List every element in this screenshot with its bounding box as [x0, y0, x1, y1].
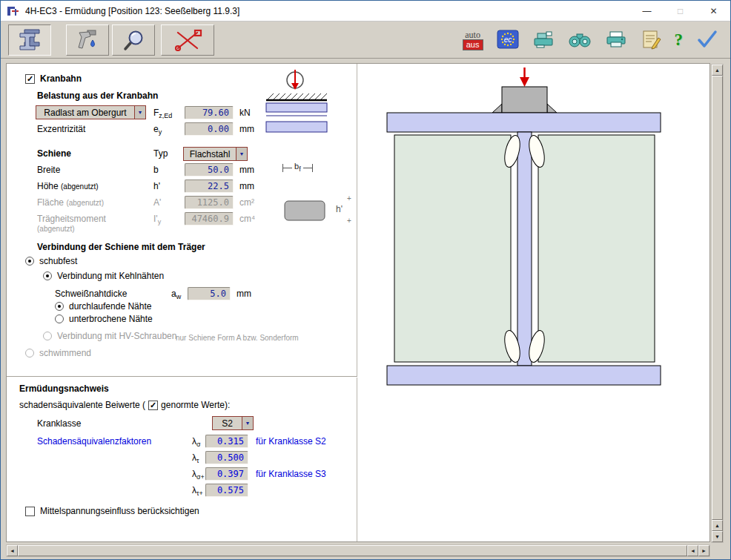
scroll-down-button[interactable]: ▼ — [712, 531, 723, 542]
horizontal-scroll-track[interactable] — [18, 545, 687, 556]
schweissnahtdicke-unit: mm — [236, 289, 251, 299]
print-button[interactable] — [605, 30, 627, 51]
a-symbol: A' — [153, 197, 161, 208]
schubfest-radio[interactable] — [25, 257, 34, 266]
unterbrochene-radio[interactable] — [55, 314, 64, 323]
typ-dropdown[interactable]: Flachstahl ▼ — [183, 147, 248, 161]
lambda-sigma-value-field[interactable]: 0.315 — [205, 435, 248, 448]
kehlnaehte-row: Verbindung mit Kehlnähten — [43, 271, 164, 281]
ec-label: ec — [503, 35, 512, 43]
notepad-icon — [641, 29, 661, 50]
kranklasse-dropdown[interactable]: S2 ▼ — [212, 416, 254, 430]
tool-button[interactable] — [66, 24, 109, 56]
profile-button[interactable] — [8, 24, 51, 56]
titlebar: 4H-EC3 - Ermüdung [Position 123: Seeßelb… — [1, 1, 730, 22]
aw-symbol: aw — [171, 289, 181, 302]
kranbahn-checkbox[interactable]: ✓ — [25, 74, 35, 84]
durchlaufende-radio[interactable] — [55, 302, 64, 311]
hoehe-value-field[interactable]: 22.5 — [185, 179, 234, 193]
question-mark-icon: ? — [675, 30, 684, 49]
lambda-sigma-plus-value-field[interactable]: 0.397 — [205, 467, 248, 481]
notes-button[interactable] — [641, 29, 661, 52]
breite-value-field[interactable]: 50.0 — [185, 163, 234, 177]
maximize-button[interactable]: □ — [664, 1, 697, 21]
beiwerte-row: schadensäquivalente Beiwerte ( ✓ genormt… — [19, 400, 230, 410]
dim-tick: + — [347, 217, 351, 225]
scroll-down-icon: ▼ — [715, 534, 720, 539]
form-panel: ✓ Kranbahn Belastung aus der Kranbahn Ra… — [7, 64, 357, 541]
scroll-up-button[interactable]: ▲ — [712, 65, 723, 76]
schweissnahtdicke-label: Schweißnahtdicke — [55, 289, 127, 299]
kehlnaehte-radio[interactable] — [43, 271, 52, 280]
radlast-dropdown[interactable]: Radlast am Obergurt ▼ — [36, 105, 146, 119]
scroll-up-button-bottom[interactable]: ▲ — [712, 520, 723, 531]
lambda-tau-value-field[interactable]: 0.500 — [205, 451, 248, 464]
h-dimension-label: h' — [336, 204, 343, 214]
lambda-sigma-plus-note: für Kranklasse S3 — [256, 469, 326, 479]
hoehe-label: Höhe (abgenutzt) — [37, 181, 99, 192]
kranbahn-label: Kranbahn — [40, 73, 82, 84]
schweissnahtdicke-value-field[interactable]: 5.0 — [188, 287, 231, 300]
mittelspannung-row: Mittelspannungseinfluss berücksichtigen — [25, 506, 199, 516]
vertical-scrollbar[interactable]: ▲ ▲ ▼ — [711, 64, 724, 543]
copy-button[interactable] — [532, 30, 555, 51]
durchlaufende-row: durchlaufende Nähte — [55, 301, 151, 312]
dropdown-arrow-icon: ▼ — [134, 106, 145, 119]
traegheitsmoment-value-field: 47460.9 — [185, 212, 234, 225]
scroll-right-icon: ► — [701, 548, 707, 553]
genormte-werte-label: genormte Werte): — [161, 400, 230, 410]
schubfest-label: schubfest — [39, 256, 77, 266]
traegheitsmoment-label: Trägheitsmoment — [37, 214, 106, 224]
unterbrochene-row: unterbrochene Nähte — [55, 314, 153, 324]
binoculars-icon — [568, 30, 592, 49]
exzentrizitaet-value-field[interactable]: 0.00 — [185, 122, 234, 136]
schwimmend-radio — [25, 349, 34, 358]
dropdown-arrow-icon: ▼ — [242, 417, 253, 429]
bf-dimension: bf — [282, 162, 313, 173]
aus-label: aus — [463, 39, 483, 50]
ec-button[interactable]: ec — [497, 30, 519, 51]
rail-contact-diagram — [265, 70, 328, 139]
zoom-button[interactable] — [112, 24, 155, 56]
typ-label: Typ — [153, 148, 168, 159]
scroll-up-icon: ▲ — [715, 523, 720, 528]
flaeche-value-field: 1125.0 — [185, 196, 234, 209]
typ-dropdown-value: Flachstahl — [184, 148, 236, 160]
dropdown-arrow-icon: ▼ — [236, 148, 247, 160]
scroll-left-icon: ◄ — [690, 548, 695, 553]
vertical-scroll-track[interactable] — [712, 76, 723, 520]
mittelspannung-label: Mittelspannungseinfluss berücksichtigen — [40, 506, 199, 516]
exzentrizitaet-unit: mm — [239, 124, 254, 134]
check-icon: ✓ — [27, 75, 33, 83]
f-symbol: Fz,Ed — [153, 108, 172, 121]
belastung-heading: Belastung aus der Kranbahn — [37, 90, 158, 101]
genormte-werte-checkbox[interactable]: ✓ — [148, 401, 158, 410]
radlast-value-field[interactable]: 79.60 — [185, 106, 234, 119]
horizontal-scroll-thumb[interactable] — [18, 545, 687, 556]
minimize-button[interactable]: — — [630, 1, 664, 21]
vertical-scroll-thumb[interactable] — [712, 76, 723, 520]
mittelspannung-checkbox[interactable] — [25, 507, 35, 516]
window-title: 4H-EC3 - Ermüdung [Position 123: Seeßelb… — [25, 6, 630, 16]
toolbar: auto aus ec — [1, 22, 730, 59]
scroll-up-icon: ▲ — [715, 67, 720, 73]
lambda-tau-symbol: λτ — [192, 452, 199, 466]
scroll-right-button[interactable]: ► — [698, 545, 710, 556]
schiene-label: Schiene — [37, 148, 71, 159]
scroll-left-button-right[interactable]: ◄ — [687, 545, 698, 556]
search-button[interactable] — [568, 30, 592, 51]
tools-button[interactable] — [161, 24, 214, 56]
h-symbol: h' — [153, 181, 160, 191]
confirm-button[interactable] — [696, 29, 718, 52]
printer-icon — [605, 30, 627, 49]
auto-label: auto — [465, 30, 480, 39]
eu-stars-icon: ec — [497, 30, 519, 49]
scroll-left-button[interactable]: ◄ — [7, 545, 18, 556]
durchlaufende-label: durchlaufende Nähte — [69, 301, 151, 312]
help-button[interactable]: ? — [675, 30, 684, 50]
horizontal-scrollbar[interactable]: ◄ ◄ ► — [6, 544, 710, 557]
kranklasse-label: Kranklasse — [37, 418, 81, 429]
lambda-tau-plus-value-field[interactable]: 0.575 — [205, 484, 248, 497]
close-button[interactable]: ✕ — [697, 1, 730, 21]
auto-aus-toggle[interactable]: auto aus — [463, 30, 483, 50]
